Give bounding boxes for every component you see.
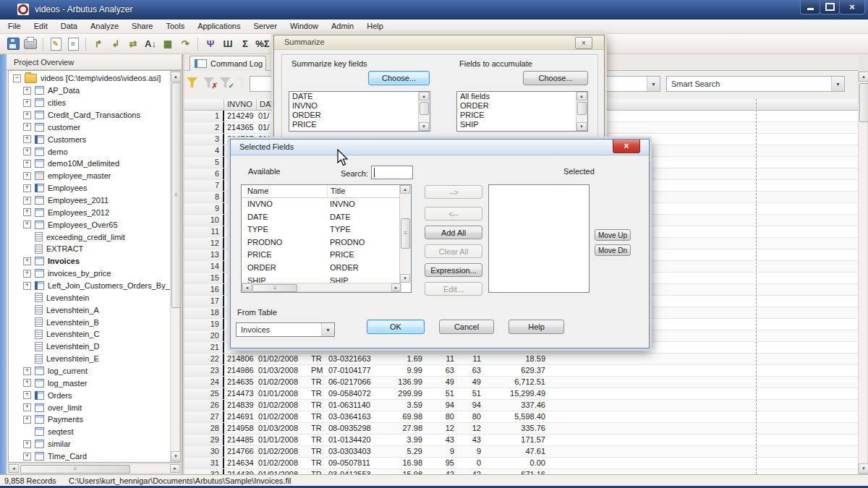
tree-item-levenshtein[interactable]: Levenshtein	[9, 291, 170, 304]
tree-expander-icon[interactable]: +	[23, 221, 31, 228]
tab-command-log[interactable]: Command Log	[190, 56, 266, 71]
scroll-up-arrow[interactable]: ▲	[171, 72, 181, 82]
row-number[interactable]: 26	[184, 400, 224, 411]
title-bar[interactable]: videos - Arbutus Analyzer ×	[0, 0, 868, 20]
tree-item-log-current[interactable]: +log_current	[9, 365, 170, 377]
tree-item-employees-2011[interactable]: +Employees_2011	[9, 194, 170, 207]
tree-item-levenshtein-a[interactable]: Levenshtein_A	[9, 304, 170, 316]
command-log-icon[interactable]: ≡	[65, 36, 81, 52]
apply-filter-icon[interactable]	[186, 77, 200, 89]
scroll-up-arrow[interactable]: ▲	[419, 92, 429, 100]
tree-item-levenshtein-d[interactable]: Levenshtein_D	[9, 341, 170, 353]
tree-item-demo[interactable]: +demo	[9, 145, 170, 158]
scroll-right-arrow[interactable]: ►	[391, 283, 401, 291]
row-number[interactable]: 23	[184, 365, 224, 376]
from-table-combo[interactable]: Invoices ▼	[236, 322, 335, 337]
accumulate-fields-list[interactable]: All fieldsORDERPRICESHIP ▲ ▼	[456, 91, 588, 132]
scroll-right-arrow[interactable]: ►	[170, 464, 180, 473]
available-field-row[interactable]: PRODNOPRODNO	[242, 236, 400, 249]
available-field-row[interactable]: DATEDATE	[242, 211, 400, 224]
tree-item-over-limit[interactable]: +over_limit	[9, 401, 170, 414]
filter-icon[interactable]	[236, 77, 250, 89]
chevron-down-icon[interactable]: ▼	[831, 77, 844, 91]
available-fields-list[interactable]: Name Title INVNOINVNODATEDATETYPETYPEPRO…	[241, 184, 412, 293]
grid-row-22[interactable]: 2221480601/02/2008TR03-03216631.69111118…	[184, 354, 858, 365]
row-number[interactable]: 7	[184, 180, 224, 191]
analyze-icon[interactable]: Ψ	[203, 36, 218, 52]
column-header-name[interactable]: Name	[242, 185, 327, 197]
tree-item-payments[interactable]: +Payments	[9, 414, 170, 426]
scroll-down-arrow[interactable]: ▼	[859, 463, 868, 474]
tree-expander-icon[interactable]: +	[23, 99, 31, 107]
summarize-icon[interactable]: ▦	[160, 36, 176, 52]
tree-expander-icon[interactable]: +	[23, 282, 31, 290]
cancel-button[interactable]: Cancel	[439, 320, 494, 334]
grid-row-24[interactable]: 2421463501/02/2008TR06-0217066136.994949…	[184, 377, 858, 388]
choose-key-fields-button[interactable]: Choose...	[368, 71, 430, 85]
append-icon[interactable]: ↲	[108, 36, 124, 52]
column-header-invno[interactable]: INVNO	[224, 99, 257, 111]
delete-filter-icon[interactable]: ✗	[203, 77, 216, 89]
scroll-left-arrow[interactable]: ◄	[242, 283, 252, 291]
move-right-button[interactable]: -->	[425, 185, 482, 199]
selected-fields-dialog-titlebar[interactable]: Selected Fields	[231, 140, 649, 155]
tree-item-levenshtein-c[interactable]: Levenshtein_C	[9, 328, 170, 341]
expression-button[interactable]: Expression...	[425, 263, 482, 277]
tree-item-exceeding-credit-limit[interactable]: exceeding_credit_limit	[9, 231, 170, 243]
row-number[interactable]: 21	[184, 342, 224, 353]
close-icon[interactable]: ×	[613, 140, 640, 153]
tree-expander-icon[interactable]: +	[23, 403, 31, 411]
menu-file[interactable]: File	[1, 20, 27, 33]
row-number[interactable]: 10	[184, 215, 224, 226]
row-number[interactable]: 12	[184, 238, 224, 249]
tree-item-ap-data[interactable]: +AP_Data	[9, 85, 170, 97]
tree-expander-icon[interactable]: +	[23, 147, 31, 155]
row-number[interactable]: 14	[184, 261, 224, 272]
grid-row-25[interactable]: 2521447301/01/2008TR09-0584072299.995151…	[184, 388, 858, 400]
scroll-down-arrow[interactable]: ▼	[400, 274, 410, 283]
tree-item-customers[interactable]: +Customers	[9, 133, 170, 145]
accumulate-field-item[interactable]: SHIP	[457, 120, 576, 129]
tree-expander-icon[interactable]: +	[23, 184, 31, 192]
selected-fields-list[interactable]	[488, 184, 590, 293]
tree-item-levenshtein-b[interactable]: Levenshtein_B	[9, 316, 170, 328]
add-all-button[interactable]: Add All	[425, 226, 482, 239]
tree-expander-icon[interactable]: +	[23, 197, 31, 205]
row-number[interactable]: 11	[184, 226, 224, 237]
menu-server[interactable]: Server	[247, 20, 283, 33]
histogram-icon[interactable]: Ш	[220, 36, 236, 52]
sort-icon[interactable]: A↓	[142, 36, 158, 52]
tree-expander-icon[interactable]: +	[23, 135, 31, 143]
percent-sigma-icon[interactable]: %Σ	[255, 36, 271, 52]
grid-row-31[interactable]: 3121463401/02/2008TR09-050781116.989500.…	[184, 458, 858, 469]
scroll-down-arrow[interactable]: ▼	[576, 122, 587, 131]
available-field-row[interactable]: ORDERORDER	[242, 262, 400, 275]
row-number[interactable]: 4	[184, 145, 224, 156]
list-scrollbar[interactable]: ▲ ▼	[576, 92, 587, 131]
scroll-thumb[interactable]	[420, 102, 429, 115]
chevron-down-icon[interactable]: ▼	[647, 77, 660, 91]
help-button[interactable]: Help	[509, 320, 564, 334]
tree-item-extract[interactable]: EXTRACT	[9, 243, 170, 255]
tree-item-left-join-customers-orders-by-c[interactable]: +Left_Join_Customers_Orders_By_C	[9, 280, 170, 292]
row-number[interactable]: 20	[184, 330, 224, 341]
row-number[interactable]: 2	[184, 122, 224, 133]
tree-item-invoices[interactable]: +Invoices	[9, 255, 170, 267]
search-input[interactable]	[371, 166, 413, 179]
tree-expander-icon[interactable]: +	[23, 453, 31, 461]
scroll-down-arrow[interactable]: ▼	[419, 122, 429, 131]
row-number[interactable]: 32	[184, 469, 224, 474]
list-scrollbar[interactable]: ▲ ▼	[418, 92, 430, 131]
key-field-item[interactable]: INVNO	[289, 101, 419, 111]
available-list-header[interactable]: Name Title	[242, 185, 400, 198]
tree-item-log-master[interactable]: +log_master	[9, 377, 170, 389]
available-field-row[interactable]: INVNOINVNO	[242, 198, 400, 211]
ok-button[interactable]: OK	[367, 320, 425, 334]
row-number[interactable]: 15	[184, 273, 224, 283]
row-number[interactable]: 5	[184, 157, 224, 168]
tree-item-orders[interactable]: +Orders	[9, 389, 170, 401]
row-number[interactable]: 13	[184, 249, 224, 260]
grid-row-32[interactable]: 3221443901/01/2008TR03-041255315.9842426…	[184, 469, 858, 474]
menu-edit[interactable]: Edit	[27, 20, 54, 33]
row-number[interactable]: 28	[184, 423, 224, 434]
